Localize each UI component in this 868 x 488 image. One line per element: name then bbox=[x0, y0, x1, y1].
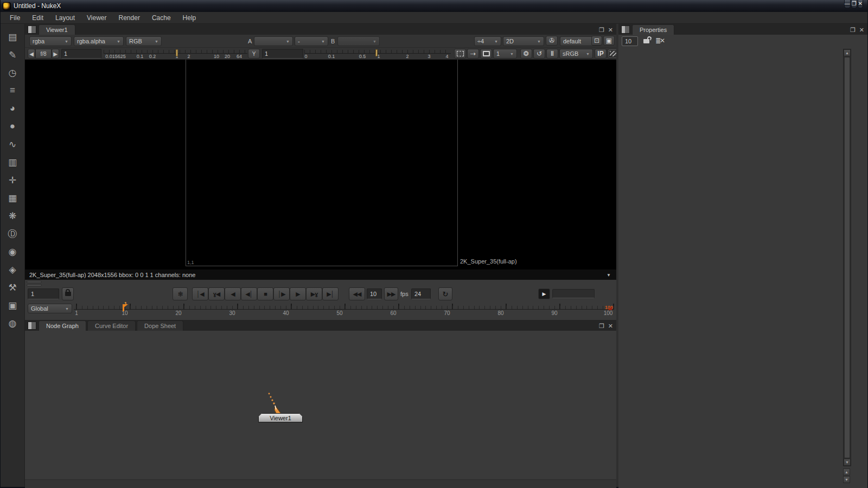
colorspace-select[interactable]: sRGB▼ bbox=[559, 49, 593, 59]
tab-properties[interactable]: Properties bbox=[632, 24, 674, 35]
menu-item[interactable]: Edit bbox=[26, 12, 49, 23]
gain-fstop-button[interactable]: f/8 bbox=[35, 49, 52, 59]
titlebar[interactable]: Untitled - NukeX — ❐ ✕ bbox=[1, 0, 867, 12]
gain-slider-handle[interactable] bbox=[176, 49, 178, 56]
scroll-down-icon[interactable]: ▼ bbox=[844, 459, 851, 466]
goto-start-button[interactable]: │◀ bbox=[192, 287, 208, 300]
tab-curve-editor[interactable]: Curve Editor bbox=[87, 320, 136, 331]
layer-select[interactable]: rgba▼ bbox=[29, 36, 72, 46]
toolsets-tool-icon[interactable]: ⚒ bbox=[4, 279, 21, 296]
stop-button[interactable]: ■ bbox=[257, 287, 273, 300]
splitter-handle[interactable] bbox=[27, 281, 42, 286]
menu-item[interactable]: Cache bbox=[146, 12, 177, 23]
timeline-ruler[interactable]: 1102030405060708090100 1 100 bbox=[74, 301, 614, 320]
gamma-input[interactable]: 1 bbox=[262, 49, 303, 59]
clear-all-panels-icon[interactable]: ≣✕ bbox=[655, 37, 664, 44]
float-pane-icon[interactable]: ❐ bbox=[850, 27, 856, 33]
tab-viewer1[interactable]: Viewer1 bbox=[39, 24, 75, 35]
frame-range-select[interactable]: Global▼ bbox=[28, 304, 72, 313]
gamma-slider-handle[interactable] bbox=[375, 49, 378, 56]
maximize-button[interactable]: ❐ bbox=[851, 0, 857, 8]
node-viewer1[interactable]: Viewer1 bbox=[258, 413, 303, 422]
gain-next-stop-icon[interactable]: ▶ bbox=[52, 49, 59, 59]
close-pane-icon[interactable]: ✕ bbox=[608, 323, 613, 329]
scroll-down-icon[interactable]: ▼ bbox=[843, 476, 850, 483]
loop-mode-button[interactable]: ↻ bbox=[438, 287, 452, 300]
stereo-view-select[interactable]: 1▼ bbox=[493, 49, 517, 59]
properties-scrollbar[interactable]: ▲ ▼ bbox=[843, 49, 851, 466]
color-tool-icon[interactable]: ◕ bbox=[4, 100, 21, 117]
tab-dope-sheet[interactable]: Dope Sheet bbox=[137, 320, 183, 331]
pause-updates-icon[interactable]: ❄ bbox=[173, 287, 188, 300]
lock-panels-icon[interactable] bbox=[643, 39, 649, 43]
refresh-viewer-icon[interactable]: ↺ bbox=[533, 49, 545, 59]
gate-display-icon[interactable]: ▣ bbox=[603, 36, 615, 46]
input-process-button[interactable]: IP bbox=[595, 49, 607, 59]
draw-tool-icon[interactable]: ✎ bbox=[4, 47, 21, 63]
current-frame-input[interactable]: 1 bbox=[28, 288, 59, 299]
crop-to-format-icon[interactable]: ⊡ bbox=[591, 36, 602, 46]
gamma-button[interactable]: Y bbox=[248, 49, 260, 59]
monitor-output-icon[interactable] bbox=[480, 49, 492, 59]
scroll-up-icon[interactable]: ▲ bbox=[843, 468, 850, 476]
camera-icon[interactable]: ✇ bbox=[546, 36, 558, 46]
gamma-slider[interactable]: 00.10.51234 bbox=[304, 48, 451, 59]
fps-input[interactable]: 24 bbox=[411, 288, 431, 299]
3d-tool-icon[interactable]: ▦ bbox=[4, 190, 21, 206]
menu-item[interactable]: Render bbox=[113, 12, 146, 23]
next-keyframe-button[interactable]: ▶ɣ bbox=[306, 287, 322, 300]
channel-tool-icon[interactable]: ≡ bbox=[4, 82, 21, 99]
gain-slider[interactable]: 0.0156250.10.212102064 bbox=[104, 48, 247, 59]
views-tool-icon[interactable]: ◉ bbox=[4, 243, 21, 260]
other-tool-icon[interactable]: ▣ bbox=[4, 297, 21, 313]
menu-item[interactable]: Help bbox=[177, 12, 202, 23]
safe-zones-icon[interactable]: ⇢ bbox=[467, 49, 479, 59]
float-pane-icon[interactable]: ❐ bbox=[599, 323, 604, 329]
clipping-warning-icon[interactable] bbox=[454, 49, 466, 59]
flipbook-button[interactable]: ▶ bbox=[538, 288, 550, 299]
skip-forward-button[interactable]: ▶▶ bbox=[384, 287, 398, 300]
downrez-select[interactable]: ÷4▼ bbox=[474, 36, 501, 46]
close-button[interactable]: ✕ bbox=[858, 0, 863, 8]
roi-icon[interactable]: ❂ bbox=[520, 49, 532, 59]
gain-prev-stop-icon[interactable]: ◀ bbox=[28, 49, 35, 59]
step-back-button[interactable]: ◀│ bbox=[241, 287, 257, 300]
goto-end-button[interactable]: ▶│ bbox=[322, 287, 339, 300]
prev-keyframe-button[interactable]: ɣ◀ bbox=[208, 287, 225, 300]
pause-viewer-icon[interactable]: ‖ bbox=[546, 49, 558, 59]
menu-item[interactable]: File bbox=[4, 12, 26, 23]
tab-node-graph[interactable]: Node Graph bbox=[39, 320, 86, 331]
close-pane-icon[interactable]: ✕ bbox=[859, 27, 864, 33]
merge-tool-icon[interactable]: ▥ bbox=[4, 154, 21, 170]
scrollbar-thumb[interactable] bbox=[844, 57, 850, 458]
play-forward-button[interactable]: ▶ bbox=[290, 287, 306, 300]
keyer-tool-icon[interactable]: ∿ bbox=[4, 136, 21, 152]
skip-back-button[interactable]: ◀◀ bbox=[349, 287, 365, 300]
input-a-select[interactable]: ▼ bbox=[254, 36, 293, 46]
play-backward-button[interactable]: ◀ bbox=[225, 287, 241, 300]
frame-lock-icon[interactable] bbox=[62, 287, 74, 300]
display-channels-select[interactable]: RGB▼ bbox=[126, 36, 162, 46]
pane-grip-icon[interactable] bbox=[621, 25, 630, 34]
step-forward-button[interactable]: │▶ bbox=[273, 287, 290, 300]
filter-tool-icon[interactable]: ● bbox=[4, 118, 21, 134]
close-pane-icon[interactable]: ✕ bbox=[608, 27, 613, 33]
node-graph-canvas[interactable]: Viewer1 bbox=[25, 331, 616, 488]
pane-grip-icon[interactable] bbox=[28, 25, 36, 34]
particles-tool-icon[interactable]: ❋ bbox=[4, 208, 21, 224]
max-panels-input[interactable]: 10 bbox=[622, 36, 638, 46]
menu-item[interactable]: Layout bbox=[49, 12, 81, 23]
input-b-select[interactable]: ▼ bbox=[337, 36, 380, 46]
viewer-canvas[interactable]: 2K_Super_35(full-ap) 1,1 bbox=[25, 60, 616, 269]
minimize-button[interactable]: — bbox=[844, 0, 851, 8]
deep-tool-icon[interactable]: Ⓓ bbox=[4, 226, 21, 242]
metadata-tool-icon[interactable]: ◈ bbox=[4, 261, 21, 278]
transform-tool-icon[interactable]: ✛ bbox=[4, 172, 21, 188]
blend-mode-select[interactable]: -▼ bbox=[295, 36, 328, 46]
float-pane-icon[interactable]: ❐ bbox=[599, 27, 604, 33]
menu-item[interactable]: Viewer bbox=[81, 12, 112, 23]
air-tool-icon[interactable]: ◍ bbox=[4, 315, 21, 331]
image-tool-icon[interactable]: ▤ bbox=[4, 29, 21, 45]
view-mode-select[interactable]: 2D▼ bbox=[503, 36, 544, 46]
scroll-up-icon[interactable]: ▲ bbox=[844, 49, 851, 56]
